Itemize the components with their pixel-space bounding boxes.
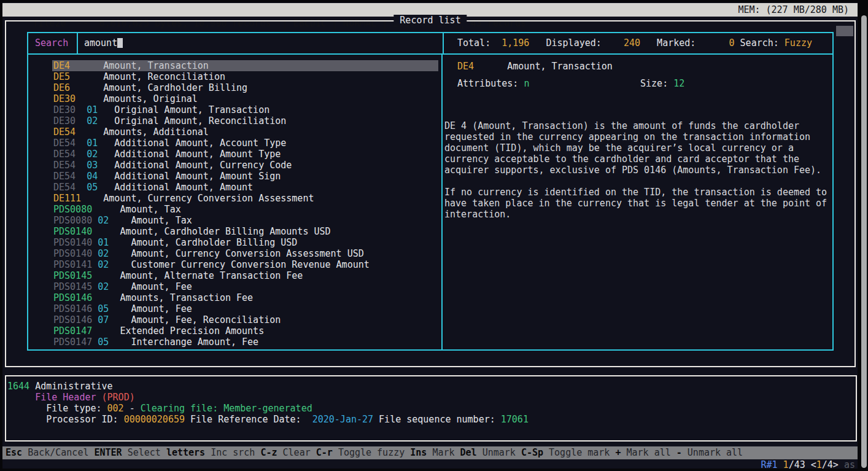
hint-action: Mark all	[627, 447, 671, 458]
list-item[interactable]: DE54 02 Additional Amount, Amount Type	[52, 149, 438, 160]
list-item[interactable]: DE54 04 Additional Amount, Amount Sign	[52, 171, 438, 182]
hint-action: Toggle fuzzy	[338, 447, 405, 458]
list-item[interactable]: PDS0145 Amount, Alternate Transaction Fe…	[52, 270, 438, 281]
list-item[interactable]: PDS0140 02 Amount, Currency Conversion A…	[52, 248, 438, 259]
hint-key: Del	[460, 447, 477, 458]
hint-action: Mark	[432, 447, 454, 458]
hint-action: Inc srch	[211, 447, 255, 458]
list-item[interactable]: DE54 Amounts, Additional	[52, 127, 438, 138]
terminal-scrollbar[interactable]	[861, 15, 867, 468]
record-list[interactable]: DE4 Amount, TransactionDE5 Amount, Recon…	[28, 55, 443, 349]
hint-key: Ins	[410, 447, 427, 458]
hint-action: Clear	[283, 447, 311, 458]
search-label: Search	[35, 33, 68, 53]
window-title: Record list	[393, 15, 467, 26]
list-item[interactable]: PDS0141 02 Customer Currency Conversion …	[52, 259, 438, 270]
list-item[interactable]: DE30 Amounts, Original	[52, 93, 438, 104]
detail-attributes: Attributes: n Size: 12	[444, 72, 832, 89]
list-item[interactable]: PDS0146 07 Amount, Fee, Reconciliation	[52, 314, 438, 325]
processor-line: Processor ID: 00000020659 File Reference…	[7, 414, 856, 425]
hint-action: Toggle mark	[549, 447, 610, 458]
list-item[interactable]: DE111 Amount, Currency Conversion Assess…	[52, 193, 438, 204]
list-item[interactable]: DE54 01 Additional Amount, Account Type	[52, 138, 438, 149]
hint-action: Back/Cancel	[28, 447, 88, 458]
hint-action: Select	[128, 447, 161, 458]
list-item[interactable]: PDS0080 Amount, Tax	[52, 204, 438, 215]
keybar: Esc Back/Cancel ENTER Select letters Inc…	[2, 446, 858, 459]
search-divider	[77, 33, 78, 53]
hint-key: -	[676, 447, 682, 458]
hint-action: Unmark all	[688, 447, 743, 458]
search-box[interactable]: Search amount	[28, 33, 444, 55]
list-item[interactable]: PDS0146 Amounts, Transaction Fee	[52, 292, 438, 303]
record-list-panel: Search amount Total: 1,196 Displayed: 24…	[27, 32, 834, 351]
search-input[interactable]: amount	[84, 33, 123, 53]
record-type-line: 1644 Administrative	[7, 381, 856, 392]
memory-usage: MEM: (227 MB/280 MB)	[738, 3, 849, 17]
status-line: M: 0123456789 R#1 1/43 <1/4> as	[2, 459, 858, 471]
hint-key: C-r	[316, 447, 333, 458]
window-scrollbar-thumb[interactable]	[836, 26, 853, 36]
list-item[interactable]: DE4 Amount, Transaction	[52, 60, 438, 71]
hint-key: C-z	[260, 447, 277, 458]
list-item[interactable]: PDS0140 01 Amount, Cardholder Billing US…	[52, 237, 438, 248]
hint-key: C-Sp	[521, 447, 543, 458]
list-item[interactable]: PDS0147 Extended Precision Amounts	[52, 325, 438, 337]
detail-pane: DE4 Amount, Transaction Attributes: n Si…	[444, 55, 832, 349]
hint-action: Unmark	[482, 447, 516, 458]
detail-title: DE4 Amount, Transaction	[444, 55, 832, 72]
detail-description: DE 4 (Amount, Transaction) is the amount…	[444, 120, 832, 220]
list-item[interactable]: DE5 Amount, Reconciliation	[52, 71, 438, 82]
list-item[interactable]: DE54 03 Additional Amount, Currency Code	[52, 160, 438, 171]
list-item[interactable]: PDS0147 05 Interchange Amount, Fee	[52, 337, 438, 348]
list-item[interactable]: DE30 02 Original Amount, Reconciliation	[52, 115, 438, 127]
list-item[interactable]: DE54 05 Additional Amount, Amount	[52, 182, 438, 193]
hint-key: Esc	[6, 447, 22, 458]
file-type-line: File type: 002 - Clearing file: Member-g…	[7, 403, 856, 414]
hint-key: letters	[166, 447, 205, 458]
record-list-window: Record list Search amount Total: 1,196 D…	[5, 20, 856, 367]
hint-key: ENTER	[95, 447, 122, 458]
hint-key: +	[615, 447, 621, 458]
list-item[interactable]: PDS0145 02 Amount, Fee	[52, 281, 438, 292]
record-preview-window: 1644 Administrative File Header (PROD) F…	[5, 375, 857, 442]
terminal: file20 -- 6,616,625 bytes, 10,990 record…	[2, 2, 858, 469]
list-item[interactable]: PDS0080 02 Amount, Tax	[52, 215, 438, 226]
stats-bar: Total: 1,196 Displayed: 240 Marked: 0 Se…	[444, 33, 832, 55]
list-item[interactable]: PDS0146 05 Amount, Fee	[52, 303, 438, 314]
position-indicator: R#1 1/43 <1/4> as	[761, 459, 855, 471]
text-cursor	[117, 38, 123, 48]
list-item[interactable]: PDS0140 Amount, Cardholder Billing Amoun…	[52, 226, 438, 237]
list-item[interactable]: DE30 01 Original Amount, Transaction	[52, 104, 438, 115]
file-header-line: File Header (PROD)	[7, 392, 856, 403]
list-item[interactable]: DE6 Amount, Cardholder Billing	[52, 82, 438, 93]
